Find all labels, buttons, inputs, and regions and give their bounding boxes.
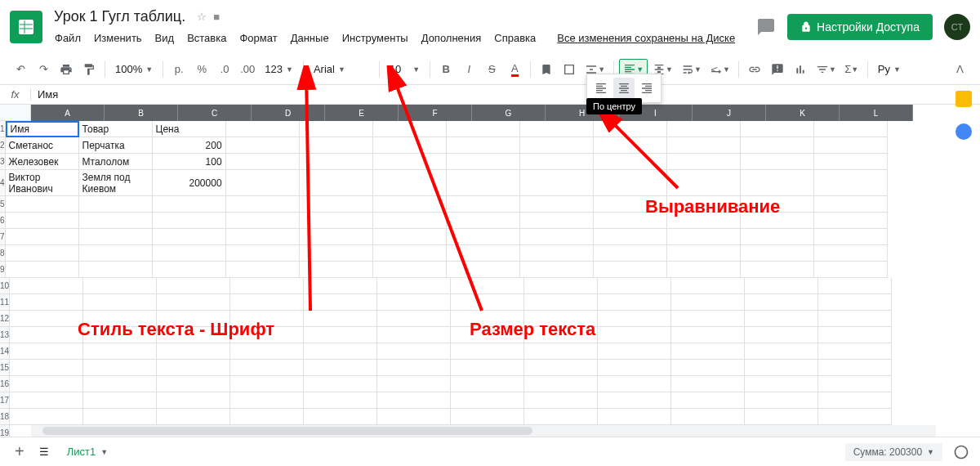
cell-L15[interactable] <box>818 360 892 376</box>
col-header-D[interactable]: D <box>252 105 325 121</box>
cell-G10[interactable] <box>451 278 524 294</box>
cell-L6[interactable] <box>814 213 888 229</box>
cell-A7[interactable] <box>6 229 79 245</box>
cell-G12[interactable] <box>451 311 524 327</box>
align-left-button[interactable] <box>590 78 612 99</box>
cell-L3[interactable] <box>814 154 888 170</box>
col-header-L[interactable]: L <box>840 105 913 121</box>
cell-H18[interactable] <box>524 409 598 425</box>
cell-J17[interactable] <box>671 392 745 409</box>
avatar[interactable]: СТ <box>944 14 970 40</box>
sheet-tab-1[interactable]: Лист1▼ <box>56 441 119 463</box>
cell-J6[interactable] <box>667 213 741 229</box>
cell-G7[interactable] <box>447 229 520 245</box>
cell-F7[interactable] <box>373 229 447 245</box>
cell-A1[interactable]: Имя <box>6 121 79 137</box>
zoom-select[interactable]: 100%▼ <box>110 59 158 80</box>
cell-K11[interactable] <box>745 294 818 311</box>
cell-H7[interactable] <box>520 229 594 245</box>
cell-C4[interactable]: 200000 <box>153 170 226 196</box>
cell-F3[interactable] <box>373 154 447 170</box>
menu-addons[interactable]: Дополнения <box>416 29 488 47</box>
cell-I11[interactable] <box>598 294 671 311</box>
cell-A14[interactable] <box>10 343 83 360</box>
text-rotation-button[interactable]: ▼ <box>706 59 733 80</box>
cell-G17[interactable] <box>451 392 524 409</box>
cell-D2[interactable] <box>226 137 300 154</box>
cell-C11[interactable] <box>157 294 230 311</box>
cell-B13[interactable] <box>83 327 157 343</box>
cell-B4[interactable]: Земля под Киевом <box>79 170 153 196</box>
functions-button[interactable]: Σ▼ <box>841 59 862 80</box>
cell-K3[interactable] <box>741 154 814 170</box>
add-sheet-button[interactable]: + <box>7 439 33 464</box>
cell-E16[interactable] <box>304 376 377 392</box>
cell-L13[interactable] <box>818 327 892 343</box>
cell-C17[interactable] <box>157 392 230 409</box>
cell-B7[interactable] <box>79 229 153 245</box>
star-icon[interactable]: ☆ <box>197 11 207 23</box>
col-header-G[interactable]: G <box>472 105 546 121</box>
cell-L17[interactable] <box>818 392 892 409</box>
cell-E7[interactable] <box>300 229 373 245</box>
cell-E17[interactable] <box>304 392 377 409</box>
cell-H10[interactable] <box>524 278 598 294</box>
cell-D15[interactable] <box>230 360 304 376</box>
cell-J9[interactable] <box>667 262 741 278</box>
menu-help[interactable]: Справка <box>488 29 541 47</box>
cell-D7[interactable] <box>226 229 300 245</box>
cell-G8[interactable] <box>447 245 520 262</box>
cell-D5[interactable] <box>226 196 300 213</box>
cell-H8[interactable] <box>520 245 594 262</box>
menu-insert[interactable]: Вставка <box>181 29 232 47</box>
col-header-C[interactable]: C <box>178 105 252 121</box>
cell-C15[interactable] <box>157 360 230 376</box>
cell-F16[interactable] <box>377 376 451 392</box>
collapse-toolbar-button[interactable]: ᐱ <box>949 59 970 80</box>
cell-E9[interactable] <box>300 262 373 278</box>
cell-G13[interactable] <box>451 327 524 343</box>
cell-H16[interactable] <box>524 376 598 392</box>
cell-H4[interactable] <box>520 170 594 196</box>
cell-I17[interactable] <box>598 392 671 409</box>
cell-J13[interactable] <box>671 327 745 343</box>
cell-A11[interactable] <box>10 294 83 311</box>
cell-I5[interactable] <box>594 196 667 213</box>
col-header-E[interactable]: E <box>325 105 399 121</box>
menu-tools[interactable]: Инструменты <box>336 29 414 47</box>
cell-J11[interactable] <box>671 294 745 311</box>
cell-H6[interactable] <box>520 213 594 229</box>
cell-D16[interactable] <box>230 376 304 392</box>
save-status[interactable]: Все изменения сохранены на Диске <box>551 29 741 47</box>
sheets-logo[interactable] <box>10 11 42 43</box>
row-header-15[interactable]: 15 <box>0 360 10 376</box>
cell-F17[interactable] <box>377 392 451 409</box>
cell-J5[interactable] <box>667 196 741 213</box>
cell-C14[interactable] <box>157 343 230 360</box>
cell-B9[interactable] <box>79 262 153 278</box>
cell-K7[interactable] <box>741 229 814 245</box>
cell-F1[interactable] <box>373 121 447 137</box>
cell-B16[interactable] <box>83 376 157 392</box>
cell-K6[interactable] <box>741 213 814 229</box>
document-title[interactable]: Урок 1 Гугл таблиц. <box>49 7 190 27</box>
cell-J10[interactable] <box>671 278 745 294</box>
cell-D10[interactable] <box>230 278 304 294</box>
cell-E12[interactable] <box>304 311 377 327</box>
cell-B1[interactable]: Товар <box>79 121 153 137</box>
cell-D14[interactable] <box>230 343 304 360</box>
cell-E11[interactable] <box>304 294 377 311</box>
cell-G18[interactable] <box>451 409 524 425</box>
cell-F13[interactable] <box>377 327 451 343</box>
cell-E15[interactable] <box>304 360 377 376</box>
cell-E6[interactable] <box>300 213 373 229</box>
cell-I9[interactable] <box>594 262 667 278</box>
cell-L18[interactable] <box>818 409 892 425</box>
col-header-A[interactable]: A <box>31 105 105 121</box>
cell-H13[interactable] <box>524 327 598 343</box>
cell-D1[interactable] <box>226 121 300 137</box>
cell-G16[interactable] <box>451 376 524 392</box>
cell-D11[interactable] <box>230 294 304 311</box>
cell-I8[interactable] <box>594 245 667 262</box>
cell-I12[interactable] <box>598 311 671 327</box>
